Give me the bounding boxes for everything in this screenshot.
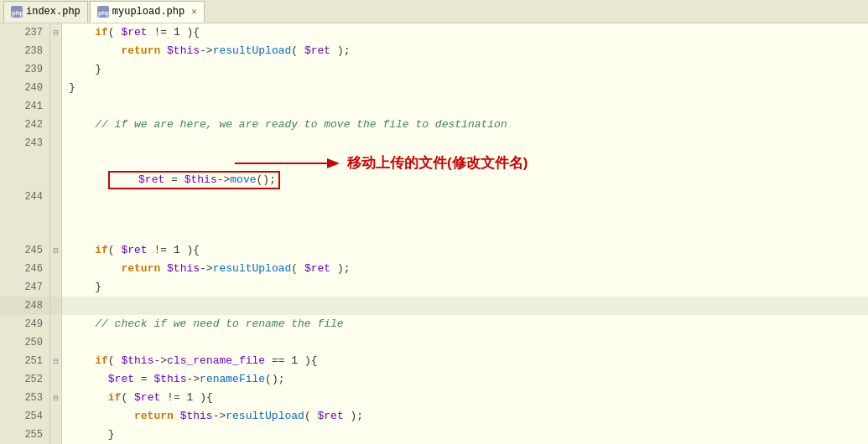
line-content-254: return $this->resultUpload( $ret ); <box>62 407 868 426</box>
line-fold-238 <box>50 42 62 60</box>
code-line-245: 245 ⊟ if( $ret != 1 ){ <box>0 241 868 260</box>
annotation-text: 移动上传的文件(修改文件名) <box>347 154 528 173</box>
tab-label-myupload: myupload.php <box>112 6 185 18</box>
code-line-237: 237 ⊟ if( $ret != 1 ){ <box>0 23 868 42</box>
line-num-247: 247 <box>0 278 50 297</box>
code-line-252: 252 $ret = $this->renameFile(); <box>0 370 868 389</box>
line-fold-247 <box>50 278 62 297</box>
code-line-247: 247 } <box>0 278 868 297</box>
line-content-237: if( $ret != 1 ){ <box>62 23 868 42</box>
line-num-245: 245 <box>0 241 50 260</box>
tab-bar: php index.php php myupload.php ✕ <box>0 0 868 23</box>
line-num-237: 237 <box>0 23 50 42</box>
line-content-238: return $this->resultUpload( $ret ); <box>62 42 868 60</box>
line-content-246: return $this->resultUpload( $ret ); <box>62 260 868 278</box>
line-fold-237: ⊟ <box>50 23 62 42</box>
code-line-241: 241 <box>0 97 868 116</box>
line-content-253: if( $ret != 1 ){ <box>62 389 868 407</box>
line-num-246: 246 <box>0 260 50 278</box>
code-area: 237 ⊟ if( $ret != 1 ){ 238 return $this-… <box>0 23 868 444</box>
code-line-249: 249 // check if we need to rename the fi… <box>0 315 868 333</box>
line-fold-253: ⊟ <box>50 389 62 407</box>
line-content-241 <box>62 97 868 116</box>
arrow-icon <box>235 154 344 173</box>
line-fold-250 <box>50 333 62 352</box>
php-icon-2: php <box>97 6 109 18</box>
line-fold-239 <box>50 60 62 79</box>
svg-marker-5 <box>327 158 340 168</box>
line-num-241: 241 <box>0 97 50 116</box>
line-num-242: 242 <box>0 116 50 134</box>
line-fold-244 <box>50 152 62 241</box>
code-line-255: 255 } <box>0 426 868 444</box>
line-num-248: 248 <box>0 297 50 315</box>
line-num-240: 240 <box>0 79 50 97</box>
line-fold-248 <box>50 297 62 315</box>
line-content-244: $ret = $this->move(); 移动上传的文件(修改文件名) <box>62 152 868 241</box>
code-line-242: 242 // if we are here, we are ready to m… <box>0 116 868 134</box>
line-fold-246 <box>50 260 62 278</box>
line-num-254: 254 <box>0 407 50 426</box>
php-icon: php <box>11 6 23 18</box>
line-content-240: } <box>62 79 868 97</box>
line-fold-240 <box>50 79 62 97</box>
code-line-253: 253 ⊟ if( $ret != 1 ){ <box>0 389 868 407</box>
line-fold-249 <box>50 315 62 333</box>
line-fold-252 <box>50 370 62 389</box>
line-fold-245: ⊟ <box>50 241 62 260</box>
code-line-246: 246 return $this->resultUpload( $ret ); <box>0 260 868 278</box>
line-num-239: 239 <box>0 60 50 79</box>
code-line-244: 244 $ret = $this->move(); 移动上传的文件(修改文件名) <box>0 152 868 241</box>
line-fold-241 <box>50 97 62 116</box>
line-num-252: 252 <box>0 370 50 389</box>
line-content-245: if( $ret != 1 ){ <box>62 241 868 260</box>
line-content-255: } <box>62 426 868 444</box>
line-content-243 <box>62 134 868 152</box>
line-content-251: if( $this->cls_rename_file == 1 ){ <box>62 352 868 370</box>
tab-index-php[interactable]: php index.php <box>3 1 88 23</box>
code-line-254: 254 return $this->resultUpload( $ret ); <box>0 407 868 426</box>
code-line-243: 243 <box>0 134 868 152</box>
line-num-238: 238 <box>0 42 50 60</box>
tab-close-icon[interactable]: ✕ <box>191 6 197 17</box>
svg-text:php: php <box>12 9 23 17</box>
line-content-248 <box>62 297 868 315</box>
line-fold-242 <box>50 116 62 134</box>
code-line-239: 239 } <box>0 60 868 79</box>
code-line-251: 251 ⊟ if( $this->cls_rename_file == 1 ){ <box>0 352 868 370</box>
line-content-242: // if we are here, we are ready to move … <box>62 116 868 134</box>
line-num-250: 250 <box>0 333 50 352</box>
line-num-243: 243 <box>0 134 50 152</box>
line-content-239: } <box>62 60 868 79</box>
line-fold-255 <box>50 426 62 444</box>
tab-label-index: index.php <box>26 6 81 18</box>
line-content-247: } <box>62 278 868 297</box>
code-line-250: 250 <box>0 333 868 352</box>
code-line-238: 238 return $this->resultUpload( $ret ); <box>0 42 868 60</box>
line-fold-251: ⊟ <box>50 352 62 370</box>
line-content-249: // check if we need to rename the file <box>62 315 868 333</box>
tab-myupload-php[interactable]: php myupload.php ✕ <box>90 1 205 23</box>
svg-text:php: php <box>98 9 109 17</box>
line-num-249: 249 <box>0 315 50 333</box>
line-num-255: 255 <box>0 426 50 444</box>
line-num-253: 253 <box>0 389 50 407</box>
code-line-248: 248 <box>0 297 868 315</box>
line-num-251: 251 <box>0 352 50 370</box>
code-line-240: 240 } <box>0 79 868 97</box>
line-num-244: 244 <box>0 152 50 241</box>
line-content-252: $ret = $this->renameFile(); <box>62 370 868 389</box>
line-fold-243 <box>50 134 62 152</box>
line-fold-254 <box>50 407 62 426</box>
line-content-250 <box>62 333 868 352</box>
